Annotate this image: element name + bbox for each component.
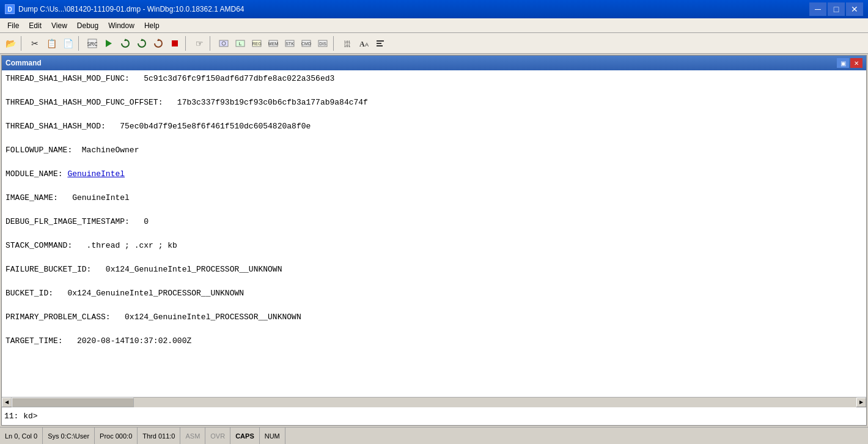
separator-2 — [78, 36, 82, 51]
close-button[interactable]: ✕ — [846, 2, 863, 16]
svg-rect-26 — [377, 43, 381, 44]
paste-button[interactable]: 📄 — [60, 35, 76, 51]
cut-button[interactable]: ✂ — [27, 35, 43, 51]
regs-button[interactable]: REG — [249, 35, 265, 51]
output-line-3: THREAD_SHA1_HASH_MOD: 75ec0b4d7f9e15e8f6… — [6, 120, 862, 133]
101-button[interactable]: 101 101 — [339, 35, 355, 51]
status-num: NUM — [260, 427, 285, 444]
output-line-blank-10 — [6, 300, 862, 312]
svg-rect-6 — [172, 40, 178, 46]
output-line-6: IMAGE_NAME: GenuineIntel — [6, 192, 862, 204]
status-caps: CAPS — [230, 427, 260, 444]
separator-4 — [210, 36, 213, 51]
scroll-left-button[interactable]: ◀ — [2, 398, 12, 407]
locals-button[interactable]: L — [232, 35, 248, 51]
options-button[interactable] — [372, 35, 388, 51]
source-button[interactable]: SRC — [84, 35, 100, 51]
svg-text:STK: STK — [285, 42, 294, 46]
output-line-blank-11 — [6, 324, 862, 336]
horizontal-scrollbar[interactable]: ◀ ▶ — [2, 397, 866, 407]
hand-button[interactable]: ☞ — [191, 35, 207, 51]
command-title-label: Command — [6, 59, 42, 67]
maximize-button[interactable]: □ — [828, 2, 845, 16]
command-prompt: 11: kd> — [4, 412, 38, 421]
go-button[interactable] — [101, 35, 117, 51]
output-line-blank-6 — [6, 204, 862, 216]
scroll-thumb[interactable] — [12, 398, 134, 407]
svg-text:A: A — [365, 42, 369, 48]
font-button[interactable]: A A — [356, 35, 372, 51]
output-line-blank-4 — [6, 157, 862, 169]
svg-text:REG: REG — [252, 42, 261, 46]
open-button[interactable]: 📂 — [2, 35, 18, 51]
output-line-blank-1 — [6, 85, 862, 97]
window-controls: ─ □ ✕ — [809, 2, 863, 16]
status-proc: Proc 000:0 — [95, 427, 138, 444]
restart-button[interactable] — [117, 35, 133, 51]
scroll-track[interactable] — [12, 398, 856, 407]
menu-bar: File Edit View Debug Window Help — [0, 18, 868, 33]
cmd-button[interactable]: CMD — [298, 35, 314, 51]
svg-text:101: 101 — [344, 43, 351, 48]
app-icon: D — [5, 4, 15, 14]
toolbar: 📂 ✂ 📋 📄 SRC ☞ L REG MEM STK CMD DIS — [0, 33, 868, 54]
output-line-blank-3 — [6, 133, 862, 145]
window-title: Dump C:\Us...\081420-11109-01.dmp - WinD… — [18, 5, 809, 13]
stack-button[interactable]: STK — [282, 35, 298, 51]
output-line-9: FAILURE_BUCKET_ID: 0x124_GenuineIntel_PR… — [6, 264, 862, 276]
command-window-controls: ▣ ✕ — [837, 58, 862, 68]
watch-button[interactable] — [216, 35, 232, 51]
output-line-5: MODULE_NAME: GenuineIntel — [6, 168, 862, 180]
mem-button[interactable]: MEM — [265, 35, 281, 51]
svg-marker-2 — [106, 40, 112, 47]
menu-file[interactable]: File — [2, 20, 24, 31]
status-ovr: OVR — [205, 427, 230, 444]
output-line-blank-9 — [6, 276, 862, 288]
disasm-button[interactable]: DIS — [315, 35, 331, 51]
output-line-2: THREAD_SHA1_HASH_MOD_FUNC_OFFSET: 17b3c3… — [6, 97, 862, 109]
output-line-1: THREAD_SHA1_HASH_MOD_FUNC: 5c91c3d76fc9f… — [6, 73, 862, 85]
main-content: Command ▣ ✕ THREAD_SHA1_HASH_MOD_FUNC: 5… — [0, 54, 868, 427]
separator-5 — [333, 36, 337, 51]
command-output[interactable]: THREAD_SHA1_HASH_MOD_FUNC: 5c91c3d76fc9f… — [2, 70, 866, 397]
module-name-link[interactable]: GenuineIntel — [67, 169, 125, 179]
status-asm: ASM — [180, 427, 205, 444]
output-line-7: DEBUG_FLR_IMAGE_TIMESTAMP: 0 — [6, 216, 862, 228]
output-line-blank-5 — [6, 180, 862, 193]
svg-rect-27 — [377, 45, 383, 46]
command-close-button[interactable]: ✕ — [850, 58, 862, 68]
menu-edit[interactable]: Edit — [24, 20, 46, 31]
output-line-10: BUCKET_ID: 0x124_GenuineIntel_PROCESSOR_… — [6, 287, 862, 300]
copy-button[interactable]: 📋 — [43, 35, 59, 51]
output-line-12: TARGET_TIME: 2020-08-14T10:37:02.000Z — [6, 335, 862, 347]
title-bar: D Dump C:\Us...\081420-11109-01.dmp - Wi… — [0, 0, 868, 18]
svg-text:L: L — [239, 41, 242, 46]
svg-rect-25 — [377, 40, 384, 42]
minimize-button[interactable]: ─ — [809, 2, 826, 16]
status-ln-col: Ln 0, Col 0 — [0, 427, 43, 444]
step-in-button[interactable] — [134, 35, 150, 51]
command-input[interactable] — [38, 412, 864, 421]
output-line-blank-7 — [6, 228, 862, 240]
status-sys: Sys 0:C:\User — [43, 427, 95, 444]
break-button[interactable] — [167, 35, 183, 51]
menu-debug[interactable]: Debug — [72, 20, 103, 31]
status-thrd: Thrd 011:0 — [138, 427, 180, 444]
command-input-area: 11: kd> — [2, 407, 866, 425]
status-bar: Ln 0, Col 0 Sys 0:C:\User Proc 000:0 Thr… — [0, 427, 868, 444]
command-title-bar: Command ▣ ✕ — [2, 56, 866, 70]
output-line-4: FOLLOWUP_NAME: MachineOwner — [6, 144, 862, 157]
separator-3 — [185, 36, 189, 51]
svg-text:SRC: SRC — [87, 41, 97, 47]
svg-text:CMD: CMD — [301, 42, 311, 46]
svg-text:MEM: MEM — [268, 42, 278, 46]
separator-1 — [21, 36, 24, 51]
menu-view[interactable]: View — [46, 20, 72, 31]
scroll-right-button[interactable]: ▶ — [856, 398, 866, 407]
svg-text:A: A — [359, 40, 365, 48]
output-line-11: PRIMARY_PROBLEM_CLASS: 0x124_GenuineInte… — [6, 311, 862, 324]
menu-window[interactable]: Window — [103, 20, 139, 31]
menu-help[interactable]: Help — [139, 20, 164, 31]
step-over-button[interactable] — [150, 35, 166, 51]
command-icon-button[interactable]: ▣ — [837, 58, 849, 68]
